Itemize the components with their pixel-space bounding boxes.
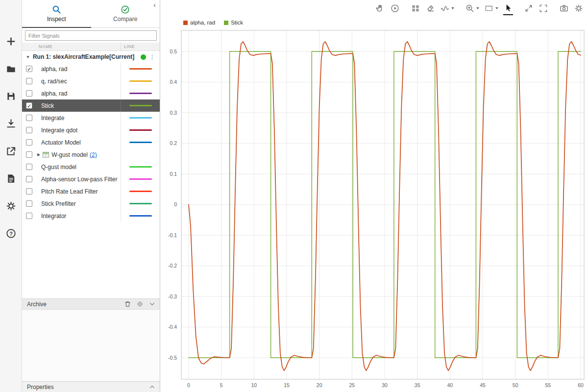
legend-item[interactable]: alpha, rad [183,20,215,25]
expand-icon[interactable]: ▶ [37,152,40,157]
plot-canvas[interactable]: 0510152025303540455055600.50.40.30.20.10… [160,0,588,392]
chevron-up-icon[interactable] [148,383,156,391]
chevron-down-icon[interactable] [148,300,156,308]
replay-button[interactable] [388,1,402,15]
x-tick-label: 55 [545,382,551,388]
import-button[interactable] [0,110,22,137]
signal-name: q, rad/sec [41,78,121,85]
snapshot-button[interactable] [557,1,571,15]
signal-checkbox[interactable] [26,151,32,158]
y-tick-label: 0.3 [170,110,177,116]
line-style-cell[interactable] [121,161,160,173]
line-swatch [129,129,152,131]
signal-count-link[interactable]: (2) [90,151,97,158]
line-style-cell[interactable] [121,136,160,148]
line-style-cell[interactable] [121,197,160,210]
collapse-sidebar-button[interactable]: ‹ [153,1,156,8]
archive-settings-gear-icon[interactable] [136,300,144,308]
signal-checkbox[interactable] [26,200,32,207]
line-style-cell[interactable] [121,148,160,161]
line-swatch [129,203,152,204]
signal-name: Integrate qdot [41,127,121,134]
run-expander[interactable]: ▼ [26,55,30,59]
folder-icon [5,63,17,74]
archive-header[interactable]: Archive [22,298,160,310]
open-button[interactable] [0,55,22,82]
signal-checkbox[interactable] [26,188,32,195]
signal-row[interactable]: Pitch Rate Lead Filter [22,185,160,197]
line-style-cell[interactable] [121,75,160,87]
line-style-cell[interactable] [121,124,160,136]
export-button[interactable] [0,137,22,165]
signal-row[interactable]: Alpha-sensor Low-pass Filter [22,173,160,185]
compare-check-icon [121,5,130,14]
fullscreen-button[interactable] [536,1,551,15]
preferences-button[interactable] [0,192,22,220]
signal-checkbox[interactable] [26,213,32,219]
signal-row[interactable]: ✓alpha, rad [22,63,160,75]
signal-row[interactable]: ▶W-gust model(2) [22,148,160,161]
run-row[interactable]: ▼ Run 1: slexAircraftExample[Current] ⋮ [22,51,160,63]
y-tick-label: 0.2 [170,140,177,146]
tab-compare-label: Compare [113,16,137,23]
help-button[interactable]: ? [0,220,22,247]
line-style-cell[interactable] [121,87,160,99]
x-tick-label: 45 [480,382,486,388]
line-style-cell[interactable] [121,185,160,197]
signal-checkbox[interactable] [26,90,32,97]
signal-checkbox[interactable] [26,164,32,170]
signal-checkbox[interactable] [26,115,32,121]
fit-to-view-button[interactable] [521,1,536,15]
plot-settings-button[interactable] [571,1,586,15]
signal-name: W-gust model [51,151,88,158]
signal-display-button[interactable] [438,1,457,15]
zoom-in-button[interactable] [463,1,482,15]
report-button[interactable] [0,165,22,192]
legend-swatch [183,21,188,25]
zoom-in-icon [465,3,475,13]
table-header: NAME LINE [22,43,160,51]
signal-row[interactable]: Integrator [22,210,160,222]
save-button[interactable] [0,82,22,110]
line-style-cell[interactable] [121,99,160,112]
layout-button[interactable] [408,1,423,15]
plot-toolbar [373,0,586,17]
signal-checkbox[interactable] [26,176,32,182]
properties-header[interactable]: Properties [22,381,160,392]
legend-item[interactable]: Stick [224,20,243,25]
signal-checkbox[interactable]: ✓ [26,66,32,72]
zoom-region-button[interactable] [482,1,501,15]
line-style-cell[interactable] [121,112,160,124]
gear-icon [5,200,17,212]
line-style-cell[interactable] [121,173,160,185]
signal-name: Stick [41,102,121,109]
pan-button[interactable] [373,1,388,15]
signal-name: Q-gust model [41,164,121,171]
clear-plots-button[interactable] [423,1,438,15]
signal-row[interactable]: Stick Prefilter [22,197,160,210]
signal-row[interactable]: ✓Stick [22,99,160,112]
signal-row[interactable]: Actuator Model [22,136,160,148]
save-icon [5,91,17,102]
signal-checkbox[interactable] [26,139,32,146]
trash-icon[interactable] [124,300,131,308]
filter-signals-input[interactable] [25,30,157,41]
line-swatch [129,93,152,94]
add-button[interactable] [0,27,22,55]
signal-checkbox[interactable] [26,127,32,133]
tab-compare[interactable]: Compare [91,0,160,27]
tab-inspect[interactable]: Inspect [22,0,91,27]
signal-row[interactable]: q, rad/sec [22,75,160,87]
signal-row[interactable]: Q-gust model [22,161,160,173]
signal-table: ▼ Run 1: slexAircraftExample[Current] ⋮ … [22,51,160,298]
signal-checkbox[interactable] [26,78,32,84]
signal-row[interactable]: Integrate [22,112,160,124]
line-style-cell[interactable] [121,210,160,222]
signal-checkbox[interactable]: ✓ [26,102,32,109]
run-menu-button[interactable]: ⋮ [149,53,155,61]
signal-row[interactable]: Integrate qdot [22,124,160,136]
line-style-cell[interactable] [121,63,160,75]
signal-row[interactable]: alpha, rad [22,87,160,99]
pointer-button[interactable] [501,1,515,15]
plus-icon [5,36,17,47]
